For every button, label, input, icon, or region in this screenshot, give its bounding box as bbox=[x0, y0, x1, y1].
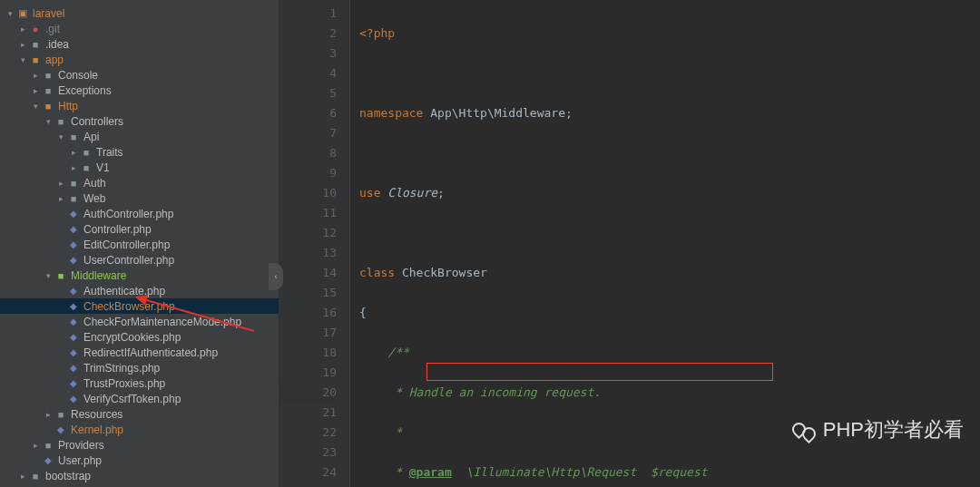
tree-idea[interactable]: ▸■.idea bbox=[0, 36, 279, 52]
tree-web[interactable]: ▸■Web bbox=[0, 190, 279, 206]
folder-icon: ■ bbox=[42, 439, 54, 452]
tree-encryptcookies[interactable]: ◆EncryptCookies.php bbox=[0, 329, 279, 345]
php-icon: ◆ bbox=[67, 208, 80, 220]
chevron-right-icon: ▸ bbox=[69, 148, 78, 157]
php-icon: ◆ bbox=[67, 254, 80, 267]
tree-exceptions[interactable]: ▸■Exceptions bbox=[0, 83, 279, 98]
folder-icon: ■ bbox=[54, 115, 67, 128]
tree-bootstrap[interactable]: ▸■bootstrap bbox=[0, 468, 279, 483]
tree-git[interactable]: ▸●.git bbox=[0, 21, 279, 36]
tree-api[interactable]: ▾■Api bbox=[0, 129, 279, 144]
project-tree[interactable]: ▾▣laravel ▸●.git ▸■.idea ▾■app ▸■Console… bbox=[0, 0, 279, 487]
php-icon: ◆ bbox=[54, 424, 67, 436]
chevron-right-icon: ▸ bbox=[69, 163, 78, 172]
chevron-right-icon: ▸ bbox=[56, 179, 65, 188]
folder-icon: ■ bbox=[67, 131, 80, 143]
folder-icon: ■ bbox=[42, 100, 54, 112]
chevron-right-icon: ▸ bbox=[44, 410, 53, 419]
project-icon: ▣ bbox=[16, 7, 29, 20]
tree-usercontroller[interactable]: ◆UserController.php bbox=[0, 252, 279, 268]
folder-icon: ■ bbox=[29, 54, 42, 66]
sidebar-collapse-handle[interactable]: ‹ bbox=[269, 263, 283, 290]
chevron-down-icon: ▾ bbox=[18, 55, 27, 64]
wechat-icon bbox=[792, 420, 816, 440]
folder-icon: ■ bbox=[29, 470, 42, 482]
tree-auth[interactable]: ▸■Auth bbox=[0, 175, 279, 190]
tree-controller[interactable]: ◆Controller.php bbox=[0, 221, 279, 237]
tree-user[interactable]: ◆User.php bbox=[0, 453, 279, 468]
php-icon: ◆ bbox=[42, 454, 54, 467]
tree-controllers[interactable]: ▾■Controllers bbox=[0, 113, 279, 129]
php-icon: ◆ bbox=[67, 285, 80, 297]
folder-icon: ■ bbox=[67, 192, 80, 205]
chevron-right-icon: ▸ bbox=[18, 472, 27, 481]
tree-http[interactable]: ▾■Http bbox=[0, 98, 279, 113]
php-icon: ◆ bbox=[67, 239, 80, 251]
line-gutter: 1 2 3 4 5 6 7 8 9 10 11 12 13 14 15 16 1… bbox=[279, 0, 350, 487]
chevron-right-icon: ▸ bbox=[18, 40, 27, 49]
folder-icon: ■ bbox=[54, 408, 67, 421]
annotation-highlight bbox=[426, 363, 773, 381]
folder-icon: ■ bbox=[42, 84, 54, 97]
tree-verifycsrf[interactable]: ◆VerifyCsrfToken.php bbox=[0, 391, 279, 406]
chevron-right-icon: ▸ bbox=[31, 441, 40, 450]
tree-redirectauth[interactable]: ◆RedirectIfAuthenticated.php bbox=[0, 345, 279, 360]
tree-traits[interactable]: ▸■Traits bbox=[0, 144, 279, 160]
code-editor[interactable]: 1 2 3 4 5 6 7 8 9 10 11 12 13 14 15 16 1… bbox=[279, 0, 980, 487]
tree-authcontroller[interactable]: ◆AuthController.php bbox=[0, 206, 279, 221]
php-icon: ◆ bbox=[67, 223, 80, 236]
php-icon: ◆ bbox=[67, 300, 80, 313]
folder-icon: ■ bbox=[42, 69, 54, 82]
tree-v1[interactable]: ▸■V1 bbox=[0, 160, 279, 175]
chevron-down-icon: ▾ bbox=[31, 102, 40, 111]
tree-authenticate[interactable]: ◆Authenticate.php bbox=[0, 283, 279, 298]
tree-kernel[interactable]: ◆Kernel.php bbox=[0, 422, 279, 437]
folder-icon: ■ bbox=[80, 146, 93, 159]
chevron-down-icon: ▾ bbox=[44, 271, 53, 280]
php-icon: ◆ bbox=[67, 393, 80, 405]
chevron-right-icon: ▸ bbox=[31, 71, 40, 80]
chevron-down-icon: ▾ bbox=[5, 9, 15, 18]
chevron-right-icon: ▸ bbox=[31, 86, 40, 95]
tree-trimstrings[interactable]: ◆TrimStrings.php bbox=[0, 360, 279, 375]
code-area[interactable]: <?php namespace App\Http\Middleware; use… bbox=[350, 0, 980, 487]
tree-trustproxies[interactable]: ◆TrustProxies.php bbox=[0, 375, 279, 391]
folder-icon: ■ bbox=[54, 269, 67, 282]
folder-icon: ● bbox=[29, 23, 42, 35]
tree-providers[interactable]: ▸■Providers bbox=[0, 437, 279, 453]
php-icon: ◆ bbox=[67, 362, 80, 375]
folder-icon: ■ bbox=[67, 177, 80, 190]
tree-config[interactable]: ▸■config bbox=[0, 483, 279, 487]
tree-middleware[interactable]: ▾■Middleware bbox=[0, 268, 279, 283]
tree-editcontroller[interactable]: ◆EditController.php bbox=[0, 237, 279, 252]
chevron-down-icon: ▾ bbox=[56, 132, 65, 141]
tree-checkmaint[interactable]: ◆CheckForMaintenanceMode.php bbox=[0, 314, 279, 329]
chevron-right-icon: ▸ bbox=[18, 24, 27, 34]
tree-checkbrowser[interactable]: ◆CheckBrowser.php bbox=[0, 298, 279, 314]
php-icon: ◆ bbox=[67, 316, 80, 328]
php-icon: ◆ bbox=[67, 331, 80, 344]
tree-app[interactable]: ▾■app bbox=[0, 52, 279, 67]
chevron-right-icon: ▸ bbox=[56, 194, 65, 203]
php-icon: ◆ bbox=[67, 346, 80, 359]
folder-icon: ■ bbox=[29, 38, 42, 51]
php-icon: ◆ bbox=[67, 377, 80, 390]
tree-resources[interactable]: ▸■Resources bbox=[0, 406, 279, 422]
tree-console[interactable]: ▸■Console bbox=[0, 67, 279, 83]
tree-root[interactable]: ▾▣laravel bbox=[0, 5, 279, 21]
folder-icon: ■ bbox=[80, 161, 93, 174]
chevron-down-icon: ▾ bbox=[44, 117, 53, 126]
watermark: PHP初学者必看 bbox=[792, 416, 964, 443]
